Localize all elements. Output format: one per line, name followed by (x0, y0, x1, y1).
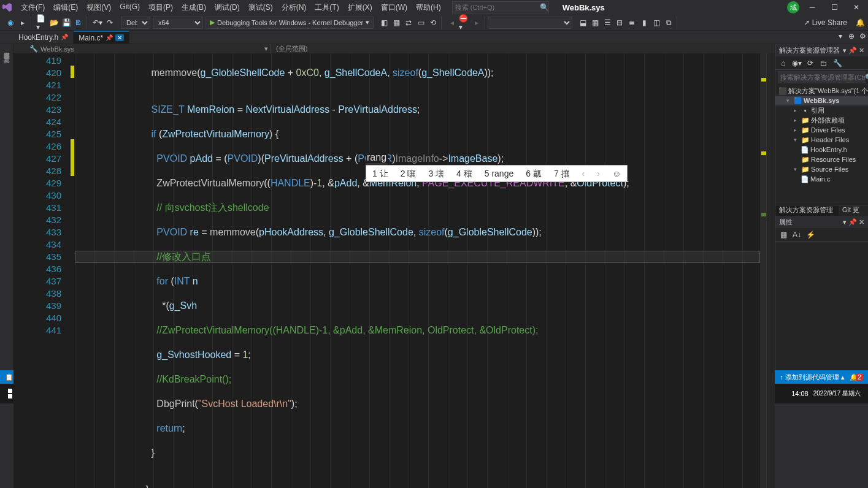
save-all-button[interactable]: 🗎 (73, 17, 84, 28)
tree-driver-files[interactable]: ▸📁Driver Files (775, 125, 868, 135)
ime-cand-5[interactable]: 5 range (478, 167, 520, 180)
menu-debug[interactable]: 调试(D) (211, 1, 244, 14)
ime-cand-1[interactable]: 1 让 (366, 167, 394, 180)
config-select[interactable]: Debug (121, 17, 150, 29)
tb-icon-8[interactable]: ☰ (602, 17, 613, 28)
menu-extensions[interactable]: 扩展(X) (344, 1, 376, 14)
tb-icon-6[interactable]: ⬓ (577, 17, 588, 28)
tb-icon-4[interactable]: ▭ (415, 17, 426, 28)
se-sync[interactable]: ⟳ (805, 58, 816, 69)
se-back[interactable]: ◉▾ (791, 58, 802, 69)
tree-resource-files[interactable]: 📁Resource Files (775, 154, 868, 164)
tab-solution-explorer[interactable]: 解决方案资源管理器 (775, 205, 839, 216)
ime-emoji[interactable]: ☺ (606, 167, 627, 180)
pin-icon[interactable]: 📌 (61, 34, 68, 40)
solution-tree[interactable]: ⬛解决方案"WebBk.sys"(1 个项目 ▾🟦WebBk.sys ▸▪引用 … (775, 85, 868, 185)
step-fwd-button[interactable]: ▸ (471, 17, 482, 28)
notify-button[interactable]: 🔔 (855, 17, 866, 28)
tab-git-changes[interactable]: Git 更改 (839, 205, 868, 216)
breakpoint-icon[interactable]: ⛔▾ (459, 17, 470, 28)
tb-icon-3[interactable]: ⇄ (403, 17, 414, 28)
tree-source-files[interactable]: ▾📁Source Files (775, 164, 868, 174)
tb-icon-13[interactable]: ⧉ (663, 17, 674, 28)
tree-project[interactable]: ▾🟦WebBk.sys (775, 96, 868, 105)
menu-window[interactable]: 窗口(W) (377, 1, 411, 14)
status-notifications[interactable]: 🔔2 (850, 373, 863, 381)
tb-icon-11[interactable]: ▮ (639, 17, 650, 28)
taskbar-time[interactable]: 14:08 (791, 390, 808, 397)
ime-cand-2[interactable]: 2 嚷 (394, 167, 423, 180)
props-az[interactable]: A↓ (791, 229, 802, 240)
tb-icon-12[interactable]: ◫ (651, 17, 662, 28)
titlebar-search[interactable]: 🔍 (452, 1, 549, 13)
tab-hookentry[interactable]: HookEntry.h📌 (13, 31, 74, 44)
se-props[interactable]: 🔧 (832, 58, 843, 69)
tb-icon-1[interactable]: ◧ (378, 17, 390, 28)
menu-analyze[interactable]: 分析(N) (278, 1, 310, 14)
se-home[interactable]: ⌂ (778, 58, 789, 69)
tb-icon-10[interactable]: ≣ (626, 17, 637, 28)
open-file-button[interactable]: 📂 (48, 17, 60, 28)
new-file-button[interactable]: 📄▾ (36, 17, 47, 28)
window-maximize[interactable]: ☐ (825, 0, 843, 15)
tree-hookentry-h[interactable]: 📄HookEntry.h (775, 145, 868, 154)
menu-git[interactable]: Git(G) (116, 1, 144, 14)
nav-fwd-button[interactable]: ▸ (17, 17, 28, 28)
code-editor[interactable]: 4194204214224234244254264274284294304314… (13, 53, 775, 488)
tree-solution-root[interactable]: ⬛解决方案"WebBk.sys"(1 个项目 (775, 86, 868, 96)
scope-function[interactable]: (全局范围) (271, 44, 775, 53)
tb-icon-7[interactable]: ▦ (590, 17, 601, 28)
taskbar-date[interactable]: 2022/9/17 星期六 (813, 389, 861, 398)
menu-test[interactable]: 测试(S) (245, 1, 277, 14)
step-back-button[interactable]: ◂ (447, 17, 458, 28)
tb-icon-5[interactable]: ⟲ (428, 17, 439, 28)
menu-help[interactable]: 帮助(H) (412, 1, 445, 14)
undo-button[interactable]: ↶▾ (92, 17, 103, 28)
platform-select[interactable]: x64 (153, 17, 203, 29)
ime-cand-7[interactable]: 7 攘 (548, 167, 576, 180)
account-badge[interactable]: 域 (787, 1, 799, 13)
tabs-settings[interactable]: ⚙ (857, 31, 868, 42)
tb-icon-9[interactable]: ⊟ (614, 17, 625, 28)
menu-edit[interactable]: 编辑(E) (50, 1, 82, 14)
liveshare-button[interactable]: ↗Live Share (799, 18, 852, 27)
props-ev[interactable]: ⚡ (805, 229, 816, 240)
ime-cand-6[interactable]: 6 瓤 (520, 167, 548, 180)
start-debug-button[interactable]: ▶Debugging Tools for Windows - Kernel De… (205, 17, 374, 29)
tree-header-files[interactable]: ▾📁Header Files (775, 135, 868, 145)
menu-project[interactable]: 项目(P) (145, 1, 177, 14)
menu-build[interactable]: 生成(B) (178, 1, 210, 14)
menu-view[interactable]: 视图(V) (83, 1, 115, 14)
pin-icon[interactable]: 📌 (106, 34, 113, 41)
tree-external-deps[interactable]: ▸📁外部依赖项 (775, 115, 868, 125)
code-area[interactable]: memmove(g_GlobleShellCode + 0xC0, g_Shel… (75, 53, 760, 488)
tabs-add[interactable]: ⊕ (846, 31, 857, 42)
ime-cand-3[interactable]: 3 壤 (422, 167, 450, 180)
save-button[interactable]: 💾 (61, 17, 72, 28)
panel-menu-icon[interactable]: ▾ 📌 ✕ (843, 218, 864, 226)
ime-candidates[interactable]: 1 让 2 嚷 3 壤 4 穰 5 range 6 瓤 7 攘 ‹ › ☺ (366, 165, 628, 182)
menu-file[interactable]: 文件(F) (17, 1, 48, 14)
se-showall[interactable]: 🗀 (818, 58, 829, 69)
window-close[interactable]: ✕ (847, 0, 866, 15)
solution-search[interactable]: 🔍 (778, 71, 866, 83)
overview-ruler[interactable] (760, 53, 766, 488)
tree-main-c[interactable]: 📄Main.c (775, 174, 868, 184)
ime-prev[interactable]: ‹ (576, 167, 591, 180)
tabs-overflow[interactable]: ▾ (835, 31, 846, 42)
titlebar-search-input[interactable] (455, 4, 540, 11)
ime-next[interactable]: › (591, 167, 606, 180)
ime-cand-4[interactable]: 4 穰 (450, 167, 478, 180)
redo-button[interactable]: ↷ (104, 17, 115, 28)
editor-scrollbar[interactable] (766, 53, 775, 488)
scope-project[interactable]: 🔧WebBk.sys▾ (29, 44, 271, 53)
close-icon[interactable]: ✕ (115, 34, 124, 41)
menu-tools[interactable]: 工具(T) (311, 1, 342, 14)
window-minimize[interactable]: ─ (803, 0, 821, 15)
thread-select[interactable] (488, 17, 572, 29)
status-source-control[interactable]: ↑ 添加到源代码管理 ▴ (780, 373, 845, 382)
panel-menu-icon[interactable]: ▾ 📌 ✕ (843, 47, 864, 55)
props-cat[interactable]: ▦ (778, 229, 789, 240)
tab-main-c[interactable]: Main.c*📌✕ (74, 31, 129, 44)
nav-back-button[interactable]: ◉ (5, 17, 16, 28)
